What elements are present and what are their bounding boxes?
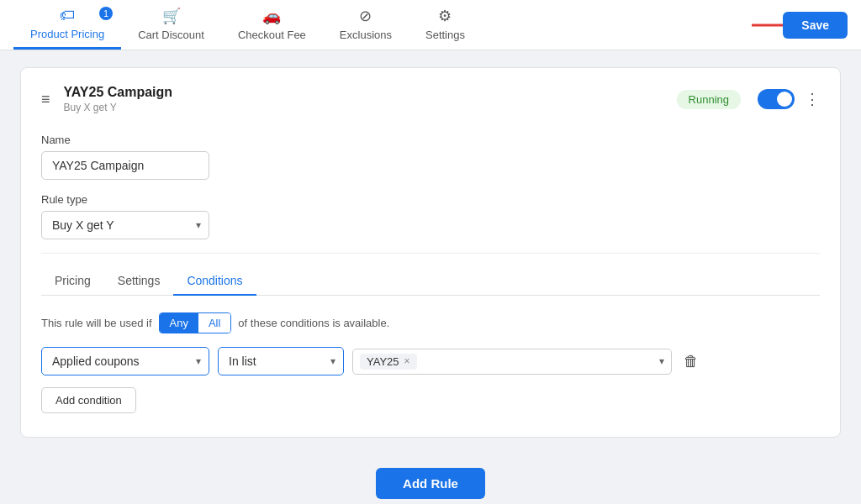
- sub-tabs: Pricing Settings Conditions: [41, 267, 820, 296]
- sub-tab-settings[interactable]: Settings: [104, 267, 174, 296]
- settings-icon: ⚙: [438, 7, 452, 25]
- campaign-toggle[interactable]: [758, 89, 795, 109]
- condition-suffix-text: of these conditions is available.: [238, 317, 389, 329]
- campaign-title: YAY25 Campaign: [64, 85, 677, 100]
- tab-checkout-fee[interactable]: 🚗 Checkout Fee: [221, 0, 323, 50]
- condition-operator-wrap: In list ▾: [218, 347, 344, 375]
- nav-tabs: 🏷 Product Pricing 1 🛒 Cart Discount 🚗 Ch…: [13, 0, 783, 50]
- campaign-title-area: YAY25 Campaign Buy X get Y: [64, 85, 677, 113]
- exclusions-icon: ⊘: [359, 7, 372, 25]
- add-condition-button[interactable]: Add condition: [41, 387, 136, 413]
- campaign-card: ≡ YAY25 Campaign Buy X get Y Running ⋮ N…: [20, 67, 841, 438]
- rule-type-select-wrap: Buy X get Y ▾: [41, 211, 209, 239]
- add-rule-button[interactable]: Add Rule: [376, 468, 485, 499]
- tab-exclusions[interactable]: ⊘ Exclusions: [323, 0, 409, 50]
- product-pricing-icon: 🏷: [60, 7, 75, 24]
- sub-tab-conditions[interactable]: Conditions: [173, 267, 256, 296]
- tag-remove-icon[interactable]: ×: [404, 356, 410, 366]
- rule-type-select[interactable]: Buy X get Y: [41, 211, 209, 239]
- condition-field-select[interactable]: Applied coupons: [41, 347, 209, 375]
- all-button[interactable]: All: [198, 313, 230, 333]
- tab-product-pricing[interactable]: 🏷 Product Pricing 1: [13, 0, 121, 50]
- campaign-header: ≡ YAY25 Campaign Buy X get Y Running ⋮: [41, 85, 820, 113]
- condition-operator-select[interactable]: In list: [218, 347, 344, 375]
- tab-exclusions-label: Exclusions: [340, 29, 392, 41]
- cart-discount-icon: 🛒: [162, 7, 181, 25]
- divider: [41, 253, 820, 254]
- campaign-subtitle: Buy X get Y: [64, 102, 677, 113]
- rule-type-section: Rule type Buy X get Y ▾: [41, 193, 820, 239]
- trash-icon: 🗑: [684, 353, 699, 370]
- any-button[interactable]: Any: [160, 313, 198, 333]
- tag-input-chevron-icon: ▾: [659, 355, 664, 367]
- tab-cart-discount-label: Cart Discount: [138, 29, 204, 41]
- condition-intro-text: This rule will be used if: [41, 317, 152, 329]
- tab-cart-discount[interactable]: 🛒 Cart Discount: [121, 0, 221, 50]
- top-navigation: 🏷 Product Pricing 1 🛒 Cart Discount 🚗 Ch…: [0, 0, 861, 50]
- product-pricing-badge: 1: [99, 7, 113, 20]
- save-button[interactable]: Save: [783, 12, 848, 39]
- tab-checkout-fee-label: Checkout Fee: [238, 29, 306, 41]
- drag-handle-icon[interactable]: ≡: [41, 91, 50, 108]
- condition-field-wrap: Applied coupons ▾: [41, 347, 209, 375]
- any-all-toggle: Any All: [159, 312, 232, 333]
- sub-tab-pricing[interactable]: Pricing: [41, 267, 104, 296]
- status-badge: Running: [677, 90, 741, 109]
- name-input[interactable]: [41, 151, 209, 180]
- delete-condition-button[interactable]: 🗑: [680, 349, 702, 374]
- tab-settings[interactable]: ⚙ Settings: [409, 0, 482, 50]
- main-content: ≡ YAY25 Campaign Buy X get Y Running ⋮ N…: [0, 50, 861, 504]
- more-options-icon[interactable]: ⋮: [805, 90, 820, 108]
- tag-item: YAY25 ×: [360, 354, 417, 370]
- tag-value: YAY25: [367, 355, 399, 368]
- rule-type-label: Rule type: [41, 193, 820, 206]
- name-field-section: Name: [41, 134, 820, 180]
- condition-value-input[interactable]: YAY25 × ▾: [352, 349, 672, 375]
- tab-settings-label: Settings: [425, 29, 465, 41]
- condition-row: Applied coupons ▾ In list ▾ YAY25 ×: [41, 347, 820, 375]
- checkout-fee-icon: 🚗: [262, 7, 281, 25]
- tab-product-pricing-label: Product Pricing: [30, 28, 104, 40]
- name-label: Name: [41, 134, 820, 146]
- bottom-bar: Add Rule: [20, 454, 841, 504]
- condition-intro: This rule will be used if Any All of the…: [41, 312, 820, 333]
